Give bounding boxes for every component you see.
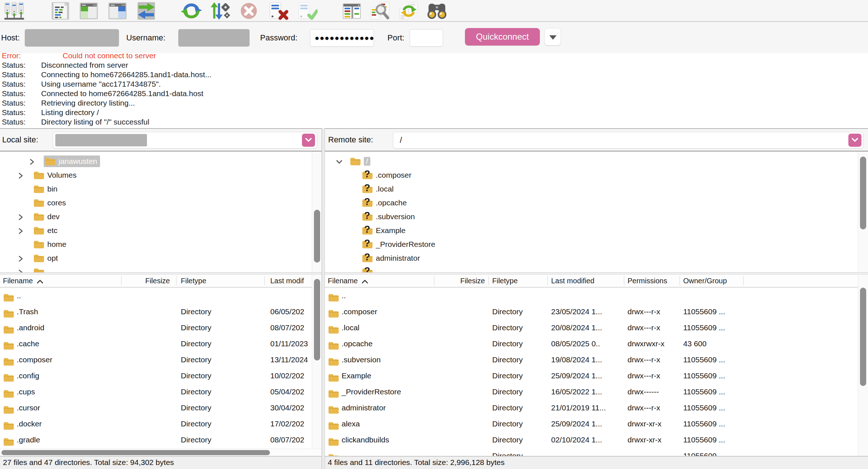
chevron-right-icon[interactable] <box>17 269 24 272</box>
chevron-right-icon[interactable] <box>29 158 35 165</box>
pane-splitter-horizontal[interactable] <box>0 272 868 275</box>
file-row[interactable]: .gradleDirectory08/07/202 <box>0 432 322 448</box>
remote-site-dropdown-button[interactable] <box>848 134 861 147</box>
tree-item[interactable]: ?.local <box>325 182 868 196</box>
file-row[interactable]: .cupsDirectory05/04/202 <box>0 384 322 400</box>
tree-item[interactable]: dev <box>0 210 322 224</box>
folder-question-icon: ? <box>362 254 373 263</box>
scrollbar-thumb[interactable] <box>314 279 320 360</box>
file-row[interactable]: clickandbuildsDirectory02/10/2024 1...dr… <box>325 432 868 448</box>
host-input[interactable] <box>25 29 119 47</box>
chevron-down-icon[interactable] <box>336 158 342 165</box>
transfer-queue-toggle-button[interactable] <box>135 1 158 20</box>
file-row[interactable]: .cacheDirectory01/11/2023 <box>0 336 322 352</box>
chevron-right-icon[interactable] <box>17 172 24 178</box>
file-row[interactable]: .androidDirectory08/07/202 <box>0 320 322 336</box>
filezilla-window: Host: Username: Password: ●●●●●●●●●●●● P… <box>0 0 868 469</box>
file-row[interactable]: .composerDirectory13/11/2024 <box>0 352 322 368</box>
port-input[interactable] <box>410 29 443 47</box>
tree-item[interactable]: opt <box>0 251 322 265</box>
column-header-filetype[interactable]: Filetype <box>492 275 518 287</box>
column-header-permissions[interactable]: Permissions <box>628 275 667 287</box>
scrollbar-thumb[interactable] <box>314 210 320 263</box>
column-header-filesize[interactable]: Filesize <box>445 275 485 287</box>
tree-item[interactable]: home <box>0 237 322 251</box>
reconnect-button[interactable] <box>295 1 318 20</box>
tree-item[interactable]: / <box>325 154 868 168</box>
scrollbar-thumb[interactable] <box>860 157 866 229</box>
local-tree-toggle-button[interactable] <box>77 1 100 20</box>
file-row[interactable]: .TrashDirectory06/05/202 <box>0 304 322 320</box>
remote-tree-pane[interactable]: / ?.composer ?.local ?.opcache ?.subvers… <box>325 151 868 272</box>
column-header-last-modified[interactable]: Last modif <box>270 275 304 287</box>
tree-item[interactable]: bin <box>0 182 322 196</box>
file-row[interactable]: .composerDirectory23/05/2024 1...drwx---… <box>325 304 868 320</box>
message-log[interactable]: Error:Could not connect to server Status… <box>0 53 868 128</box>
tree-item[interactable]: ?.opcache <box>325 196 868 210</box>
find-files-button[interactable] <box>426 1 448 20</box>
file-row[interactable]: ExampleDirectory25/09/2024 1...drwx---r-… <box>325 368 868 384</box>
tree-item[interactable]: ?administrator <box>325 251 868 265</box>
filename-filters-button[interactable] <box>369 1 391 20</box>
local-list-horizontal-scrollbar[interactable] <box>0 449 322 456</box>
column-header-last-modified[interactable]: Last modified <box>551 275 594 287</box>
column-header-owner-group[interactable]: Owner/Group <box>683 275 727 287</box>
file-row[interactable]: Directory11055609 ... <box>325 448 868 456</box>
chevron-right-icon[interactable] <box>17 213 24 220</box>
username-label: Username: <box>126 23 166 53</box>
remote-tree-scrollbar[interactable] <box>858 151 868 272</box>
chevron-right-icon[interactable] <box>17 227 24 234</box>
quickconnect-dropdown-button[interactable] <box>544 28 561 46</box>
file-row[interactable]: _ProviderRestoreDirectory16/05/2022 1...… <box>325 384 868 400</box>
quickconnect-button[interactable]: Quickconnect <box>465 28 540 46</box>
file-row[interactable]: .opcacheDirectory08/05/2025 0..drwxrwxr-… <box>325 336 868 352</box>
password-input[interactable]: ●●●●●●●●●●●● <box>310 29 374 47</box>
tree-item[interactable]: ? <box>325 265 868 272</box>
remote-site-combo[interactable]: / <box>393 132 864 149</box>
file-row[interactable]: .localDirectory20/08/2024 1...drwx---r-x… <box>325 320 868 336</box>
tree-item[interactable] <box>0 265 322 272</box>
local-site-dropdown-button[interactable] <box>302 134 315 147</box>
local-tree-scrollbar[interactable] <box>312 151 322 272</box>
tree-item[interactable]: ?.composer <box>325 168 868 182</box>
local-list-scrollbar[interactable] <box>312 275 322 449</box>
process-queue-button[interactable] <box>209 1 231 20</box>
tree-item[interactable]: etc <box>0 224 322 237</box>
disconnect-button[interactable] <box>266 1 289 20</box>
local-tree-pane[interactable]: janawusten Volumes bin cores dev etc hom… <box>0 151 322 272</box>
synchronized-browsing-button[interactable] <box>397 1 420 20</box>
chevron-right-icon[interactable] <box>17 255 24 261</box>
file-row[interactable]: .. <box>0 288 322 304</box>
column-header-filename[interactable]: Filename <box>328 275 369 287</box>
file-row[interactable]: .cursorDirectory30/04/202 <box>0 400 322 416</box>
message-log-toggle-button[interactable] <box>49 1 71 20</box>
file-row[interactable]: .subversionDirectory19/08/2024 1...drwx-… <box>325 352 868 368</box>
tree-item[interactable]: ?.subversion <box>325 210 868 224</box>
file-row[interactable]: .. <box>325 288 868 304</box>
file-row[interactable]: .dockerDirectory17/02/202 <box>0 416 322 432</box>
scrollbar-thumb[interactable] <box>1 450 270 455</box>
file-row[interactable]: .configDirectory10/02/202 <box>0 368 322 384</box>
column-header-filename[interactable]: Filename <box>3 275 44 287</box>
username-input[interactable] <box>178 29 250 47</box>
cancel-button[interactable] <box>238 1 260 20</box>
column-header-filetype[interactable]: Filetype <box>181 275 206 287</box>
tree-item[interactable]: Volumes <box>0 168 322 182</box>
directory-comparison-button[interactable] <box>341 1 363 20</box>
remote-file-list[interactable]: Filename Filesize Filetype Last modified… <box>325 275 868 456</box>
file-row[interactable]: administratorDirectory21/01/2019 11...dr… <box>325 400 868 416</box>
remote-list-scrollbar[interactable] <box>858 275 868 456</box>
pane-splitter-vertical[interactable] <box>322 128 325 469</box>
tree-item[interactable]: cores <box>0 196 322 210</box>
scrollbar-thumb[interactable] <box>860 288 866 386</box>
refresh-button[interactable] <box>180 1 203 20</box>
tree-item[interactable]: ?_ProviderRestore <box>325 237 868 251</box>
column-header-filesize[interactable]: Filesize <box>123 275 170 287</box>
local-file-list[interactable]: Filename Filesize Filetype Last modif ..… <box>0 275 322 456</box>
file-row[interactable]: alexaDirectory25/09/2024 1...drwxr-xr-x1… <box>325 416 868 432</box>
remote-tree-toggle-button[interactable] <box>106 1 129 20</box>
tree-item[interactable]: ?Example <box>325 224 868 237</box>
site-manager-button[interactable] <box>3 1 25 20</box>
local-site-combo[interactable] <box>53 132 317 149</box>
tree-item[interactable]: janawusten <box>0 154 322 168</box>
